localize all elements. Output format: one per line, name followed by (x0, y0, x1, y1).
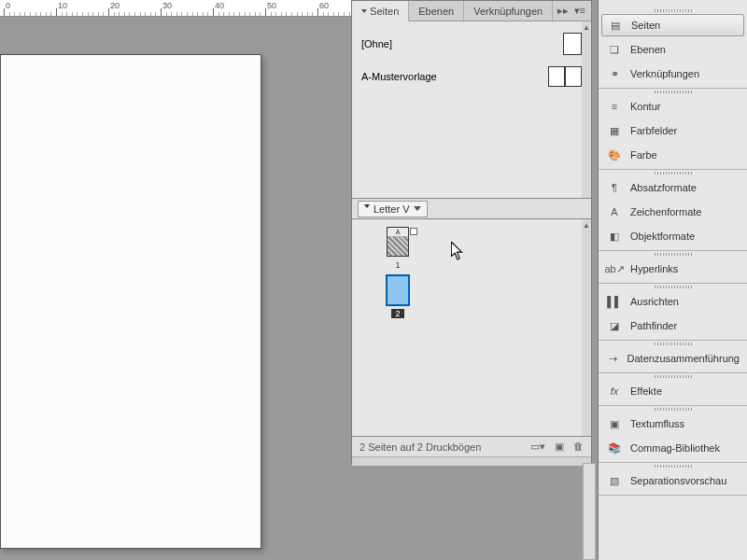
ruler-label: 50 (267, 1, 276, 10)
ruler-label: 60 (319, 1, 329, 10)
ruler-label: 30 (162, 1, 172, 10)
panel-group-structure: ▤Seiten ❏Ebenen ⚭Verknüpfungen (599, 7, 747, 89)
sidebar-pages[interactable]: ▤Seiten (601, 14, 744, 36)
sidebar-top-controls (599, 0, 747, 7)
ruler-label: 20 (110, 1, 120, 10)
panel-menu-icon[interactable]: ▾≡ (574, 5, 585, 17)
right-sidebar: ▤Seiten ❏Ebenen ⚭Verknüpfungen ≡Kontur ▦… (598, 0, 747, 560)
page-item-2[interactable]: 2 (374, 275, 421, 318)
edit-page-icon[interactable]: ▭▾ (530, 441, 545, 453)
sidebar-align[interactable]: ▌▌Ausrichten (599, 289, 747, 314)
masters-scrollbar[interactable]: ▲ (582, 21, 591, 198)
panel-group-color: ≡Kontur ▦Farbfelder 🎨Farbe (599, 89, 747, 170)
ruler-label: 10 (58, 1, 67, 10)
pages-list[interactable]: A 1 2 ▲ (352, 219, 591, 436)
paragraph-icon: ¶ (606, 180, 623, 195)
sidebar-object-styles[interactable]: ◧Objektformate (599, 224, 747, 248)
pathfinder-icon: ◪ (606, 318, 623, 333)
sidebar-pathfinder[interactable]: ◪Pathfinder (599, 314, 747, 338)
panel-group-effects: fxEffekte (599, 373, 747, 406)
stroke-icon: ≡ (606, 99, 623, 114)
hyperlink-icon: ab↗ (606, 261, 623, 276)
sidebar-label: Textumfluss (630, 418, 684, 429)
layers-icon: ❏ (606, 42, 623, 57)
document-page[interactable] (0, 54, 261, 549)
master-thumb-a[interactable] (548, 66, 582, 87)
collapse-panel-icon[interactable]: ▸▸ (557, 5, 569, 17)
color-icon: 🎨 (606, 147, 623, 162)
sidebar-label: Commag-Bibliothek (630, 442, 720, 454)
panel-group-align: ▌▌Ausrichten ◪Pathfinder (599, 284, 747, 341)
panel-group-hyperlinks: ab↗Hyperlinks (599, 251, 747, 284)
pages-panel: Seiten Ebenen Verknüpfungen ▸▸ ▾≡ [Ohne]… (351, 0, 592, 463)
sidebar-textwrap[interactable]: ▣Textumfluss (599, 412, 747, 436)
page-thumb-1[interactable]: A (387, 227, 409, 257)
page-item-1[interactable]: A 1 (374, 227, 421, 270)
panel-group-separations: ▧Separationsvorschau (599, 463, 747, 496)
panel-group-datamerge: ⇢Datenzusammenführung (599, 341, 747, 373)
sidebar-separations[interactable]: ▧Separationsvorschau (599, 469, 747, 493)
master-row-a[interactable]: A-Mustervorlage (361, 61, 582, 92)
doc-vertical-scrollbar[interactable] (583, 463, 596, 560)
master-row-none[interactable]: [Ohne] (361, 27, 582, 61)
trash-icon[interactable]: 🗑 (573, 441, 584, 453)
tab-pages[interactable]: Seiten (352, 1, 409, 21)
page-thumb-2[interactable] (387, 275, 409, 305)
page-size-dropdown[interactable]: Letter V (358, 201, 428, 217)
sidebar-label: Zeichenformate (630, 206, 701, 217)
sidebar-label: Kontur (630, 101, 660, 112)
page-size-bar: Letter V (352, 199, 591, 219)
page-corner-icon (410, 228, 417, 235)
sidebar-label: Ausrichten (630, 296, 679, 307)
sidebar-stroke[interactable]: ≡Kontur (599, 94, 747, 119)
pages-scrollbar[interactable]: ▲ (582, 219, 591, 436)
library-icon: 📚 (606, 441, 623, 455)
character-icon: A (606, 204, 623, 219)
document-area[interactable] (0, 17, 351, 560)
panel-tabs: Seiten Ebenen Verknüpfungen ▸▸ ▾≡ (352, 1, 591, 21)
swatches-icon: ▦ (606, 123, 623, 138)
master-pages-list[interactable]: [Ohne] A-Mustervorlage ▲ (352, 21, 591, 199)
sidebar-label: Effekte (630, 385, 662, 397)
textwrap-icon: ▣ (606, 416, 623, 431)
separations-icon: ▧ (606, 473, 623, 488)
new-page-icon[interactable]: ▣ (555, 441, 564, 453)
master-badge: A (388, 228, 408, 237)
sidebar-swatches[interactable]: ▦Farbfelder (599, 119, 747, 143)
sidebar-links[interactable]: ⚭Verknüpfungen (599, 62, 747, 86)
links-icon: ⚭ (606, 66, 623, 81)
sidebar-datamerge[interactable]: ⇢Datenzusammenführung (599, 346, 747, 371)
sidebar-label: Pathfinder (630, 320, 677, 331)
sidebar-label: Datenzusammenführung (627, 353, 740, 364)
panel-tab-controls: ▸▸ ▾≡ (557, 1, 591, 21)
sidebar-effects[interactable]: fxEffekte (599, 379, 747, 403)
sidebar-hyperlinks[interactable]: ab↗Hyperlinks (599, 257, 747, 281)
sidebar-label: Ebenen (630, 44, 666, 55)
group-grip[interactable] (599, 7, 747, 13)
footer-status: 2 Seiten auf 2 Druckbögen (359, 441, 481, 453)
page-number: 1 (395, 260, 400, 270)
sidebar-label: Verknüpfungen (630, 68, 699, 79)
panel-group-styles: ¶Absatzformate AZeichenformate ◧Objektfo… (599, 170, 747, 251)
sidebar-label: Absatzformate (630, 182, 697, 193)
sidebar-paragraph-styles[interactable]: ¶Absatzformate (599, 175, 747, 200)
sidebar-label: Farbe (630, 149, 657, 161)
sidebar-label: Seiten (631, 20, 660, 31)
tab-links[interactable]: Verknüpfungen (464, 1, 553, 21)
horizontal-ruler: 0102030405060 (0, 0, 351, 17)
panel-footer: 2 Seiten auf 2 Druckbögen ▭▾ ▣ 🗑 (352, 436, 591, 456)
sidebar-layers[interactable]: ❏Ebenen (599, 37, 747, 62)
master-thumb-none[interactable] (563, 33, 582, 55)
sidebar-character-styles[interactable]: AZeichenformate (599, 200, 747, 224)
sidebar-library[interactable]: 📚Commag-Bibliothek (599, 436, 747, 460)
panel-group-text: ▣Textumfluss 📚Commag-Bibliothek (599, 406, 747, 463)
effects-icon: fx (606, 384, 623, 399)
panel-resize-grip[interactable] (352, 456, 591, 466)
tab-layers[interactable]: Ebenen (409, 1, 464, 21)
ruler-label: 40 (215, 1, 224, 10)
tab-label: Seiten (370, 6, 399, 17)
ruler-label: 0 (6, 1, 10, 10)
page-size-label: Letter V (374, 203, 410, 215)
master-label: [Ohne] (361, 38, 392, 49)
sidebar-color[interactable]: 🎨Farbe (599, 143, 747, 167)
